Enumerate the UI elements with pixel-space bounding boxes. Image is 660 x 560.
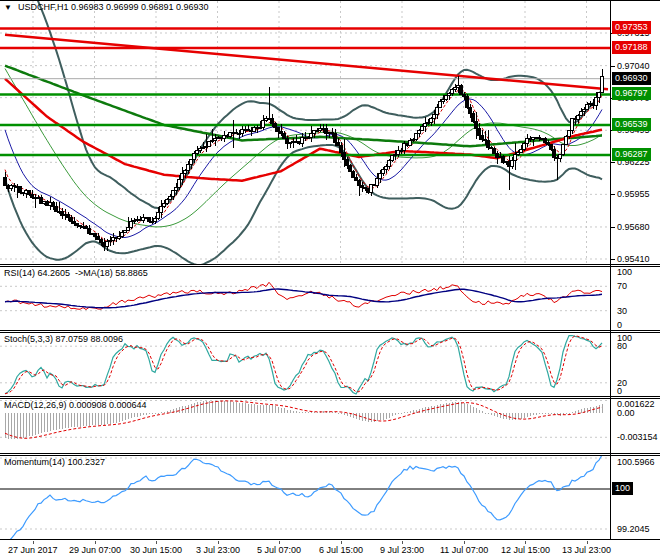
time-tick-label: 9 Jul 23:00 (380, 545, 424, 555)
support-price-badge: 0.96797 (612, 87, 651, 100)
indicator-axis-label: 99.2045 (617, 523, 650, 535)
time-tick-mark (279, 541, 280, 544)
time-tick-mark (587, 541, 588, 544)
momentum-level-badge: 100 (612, 482, 633, 495)
chart-title-text: USDCHF,H1 0.96983 0.96999 0.96891 0.9693… (18, 2, 209, 12)
indicator-axis-label: 80 (617, 340, 627, 352)
price-tick-label: 0.97040 (617, 60, 650, 72)
momentum-canvas[interactable] (0, 456, 610, 539)
momentum-label: Momentum(14) 100.2327 (4, 457, 105, 467)
time-tick-label: 30 Jun 15:00 (130, 545, 182, 555)
time-tick-mark (33, 541, 34, 544)
price-tick-label: 0.95410 (617, 253, 650, 265)
time-tick-label: 29 Jun 07:00 (69, 545, 121, 555)
time-tick-label: 27 Jun 2017 (8, 545, 58, 555)
current-price-badge: 0.96930 (612, 72, 651, 85)
time-tick-label: 13 Jul 23:00 (562, 545, 611, 555)
support-price-badge: 0.96539 (612, 118, 651, 131)
indicator-axis-label: 100 (617, 266, 632, 278)
time-axis[interactable]: 27 Jun 201729 Jun 07:0030 Jun 15:003 Jul… (0, 541, 660, 560)
chart-menu-icon[interactable]: ▼ (4, 3, 12, 12)
indicator-axis-label: 0.00 (617, 407, 635, 419)
price-tick-label: 0.95955 (617, 188, 650, 200)
time-tick-mark (156, 541, 157, 544)
time-tick-label: 11 Jul 07:00 (440, 545, 488, 555)
rsi-label: RSI(14) 64.2605 ->MA(18) 58.8865 (4, 268, 148, 278)
time-tick-label: 5 Jul 07:00 (257, 545, 301, 555)
chart-window: 0.973150.970400.967700.964950.962250.959… (0, 0, 660, 560)
chart-title: ▼USDCHF,H1 0.96983 0.96999 0.96891 0.969… (4, 2, 209, 12)
time-tick-mark (341, 541, 342, 544)
time-tick-mark (218, 541, 219, 544)
time-tick-mark (464, 541, 465, 544)
price-axis-border (610, 0, 611, 540)
resistance-price-badge: 0.97188 (612, 41, 651, 54)
indicator-axis-label: 0 (617, 385, 622, 397)
time-tick-label: 6 Jul 15:00 (319, 545, 363, 555)
indicator-axis-label: -0.003154 (617, 431, 658, 443)
time-tick-mark (95, 541, 96, 544)
time-tick-mark (402, 541, 403, 544)
resistance-price-badge: 0.97353 (612, 21, 651, 34)
time-tick-label: 3 Jul 23:00 (196, 545, 240, 555)
main-chart-canvas[interactable] (0, 1, 610, 264)
indicator-axis-label: 0 (617, 319, 622, 331)
axis-tick-mark (610, 227, 615, 228)
support-price-badge: 0.96287 (612, 148, 651, 161)
indicator-axis-label: 100.5966 (617, 456, 655, 468)
axis-tick-mark (610, 162, 615, 163)
indicator-axis-label: 30 (617, 305, 627, 317)
axis-tick-mark (610, 259, 615, 260)
time-tick-label: 12 Jul 15:00 (501, 545, 550, 555)
axis-tick-mark (610, 66, 615, 67)
axis-tick-mark (610, 194, 615, 195)
indicator-axis-label: 70 (617, 280, 627, 292)
stoch-label: Stoch(5,3,3) 87.0759 88.0096 (4, 334, 123, 344)
price-tick-label: 0.95680 (617, 221, 650, 233)
macd-label: MACD(12,26,9) 0.000908 0.000644 (4, 400, 147, 410)
time-tick-mark (525, 541, 526, 544)
